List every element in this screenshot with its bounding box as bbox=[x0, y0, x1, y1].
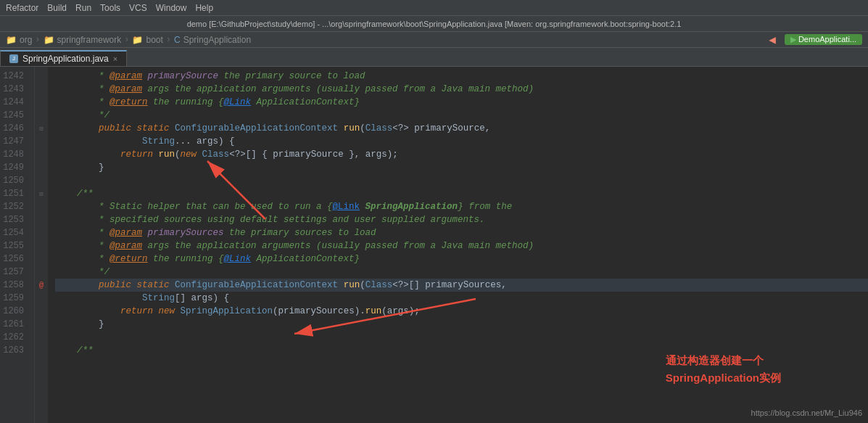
code-line-1259: String[] args) { bbox=[55, 292, 868, 305]
code-line-1249: } bbox=[55, 161, 868, 174]
code-line-1258: public static ConfigurableApplicationCon… bbox=[55, 279, 868, 292]
tab-springapplication[interactable]: J SpringApplication.java × bbox=[0, 50, 127, 66]
gutter: ⊟ ⊟ @ bbox=[35, 67, 48, 423]
run-button[interactable]: ▶ DemoApplicati... bbox=[785, 34, 862, 45]
code-line-1245: */ bbox=[55, 109, 868, 122]
code-line-1262 bbox=[55, 331, 868, 344]
code-line-1246: public static ConfigurableApplicationCon… bbox=[55, 122, 868, 135]
watermark: https://blog.csdn.net/Mr_Liu946 bbox=[751, 408, 862, 417]
code-line-1255: * @param args the application arguments … bbox=[55, 239, 868, 252]
cn-annotation: 通过构造器创建一个 SpringApplication实例 bbox=[666, 352, 781, 387]
java-file-icon: J bbox=[9, 54, 18, 63]
code-line-1243: * @param args the application arguments … bbox=[55, 83, 868, 96]
code-line-1248: return run(new Class<?>[] { primarySourc… bbox=[55, 148, 868, 161]
code-line-1254: * @param primarySources the primary sour… bbox=[55, 226, 868, 239]
breadcrumb-springapplication[interactable]: C SpringApplication bbox=[174, 35, 251, 45]
menu-item-refactor[interactable]: Refactor bbox=[6, 3, 38, 13]
code-line-1250 bbox=[55, 174, 868, 187]
line-numbers: 1242 1243 1244 1245 1246 1247 1248 1249 … bbox=[0, 67, 35, 423]
tab-bar: J SpringApplication.java × bbox=[0, 48, 868, 67]
code-line-1256: * @return the running {@Link Application… bbox=[55, 252, 868, 266]
menu-item-help[interactable]: Help bbox=[195, 3, 213, 13]
menu-item-vcs[interactable]: VCS bbox=[129, 3, 147, 13]
code-line-1242: * @param primarySource the primary sourc… bbox=[55, 70, 868, 83]
code-line-1251: /** bbox=[55, 187, 868, 200]
code-line-1257: */ bbox=[55, 266, 868, 279]
code-line-1261: } bbox=[55, 318, 868, 331]
tab-close-button[interactable]: × bbox=[113, 54, 117, 63]
title-bar: demo [E:\GithubProject\study\demo] - ...… bbox=[0, 16, 868, 32]
code-line-1244: * @return the running {@Link Application… bbox=[55, 96, 868, 109]
menu-item-run[interactable]: Run bbox=[75, 3, 91, 13]
breadcrumb-boot[interactable]: 📁 boot bbox=[132, 35, 162, 45]
code-line-1260: return new SpringApplication(primarySour… bbox=[55, 305, 868, 318]
editor-container: 1242 1243 1244 1245 1246 1247 1248 1249 … bbox=[0, 67, 868, 423]
menu-item-tools[interactable]: Tools bbox=[100, 3, 120, 13]
code-line-1253: * specified sources using default settin… bbox=[55, 213, 868, 226]
back-arrow[interactable]: ◀ bbox=[769, 33, 776, 47]
menu-item-build[interactable]: Build bbox=[47, 3, 67, 13]
code-line-1252: * Static helper that can be used to run … bbox=[55, 200, 868, 213]
breadcrumb-org[interactable]: 📁 org bbox=[6, 35, 32, 45]
code-area: * @param primarySource the primary sourc… bbox=[48, 67, 868, 423]
code-line-1247: String... args) { bbox=[55, 135, 868, 148]
breadcrumb-springframework[interactable]: 📁 springframework bbox=[44, 35, 122, 45]
menu-item-window[interactable]: Window bbox=[156, 3, 187, 13]
menu-bar: Refactor Build Run Tools VCS Window Help bbox=[0, 0, 868, 16]
breadcrumb-bar: 📁 org › 📁 springframework › 📁 boot › C S… bbox=[0, 32, 868, 48]
